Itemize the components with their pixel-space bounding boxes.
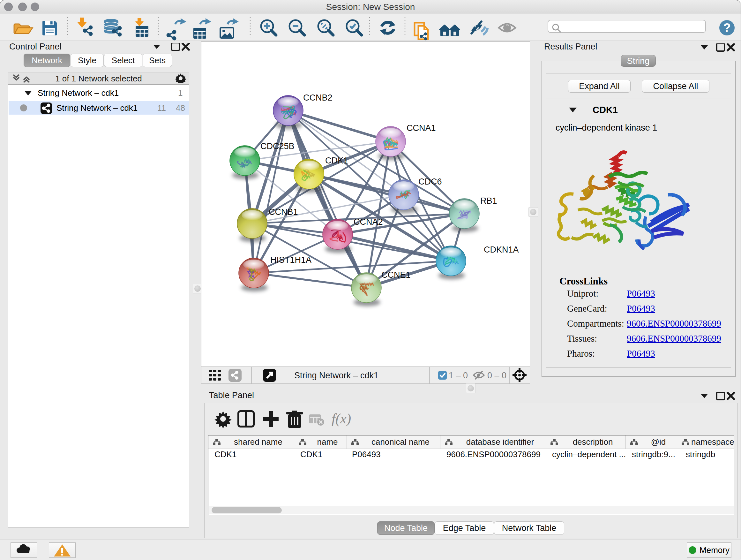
svg-text:RB1: RB1 <box>480 196 497 206</box>
svg-text:0 – 0: 0 – 0 <box>487 371 507 380</box>
svg-text:HIST1H1A: HIST1H1A <box>270 255 312 265</box>
svg-text:CCNA2: CCNA2 <box>354 217 383 227</box>
svg-text:1 – 0: 1 – 0 <box>449 371 468 380</box>
svg-text:CCNB1: CCNB1 <box>269 207 298 217</box>
svg-text:CDK1: CDK1 <box>325 156 348 165</box>
svg-text:CCNE1: CCNE1 <box>381 270 411 280</box>
svg-text:?: ? <box>723 21 731 35</box>
svg-text:CDC25B: CDC25B <box>260 141 294 151</box>
svg-text:CCNA1: CCNA1 <box>407 123 436 133</box>
svg-text:CCNB2: CCNB2 <box>303 93 333 103</box>
svg-text:f(x): f(x) <box>332 411 351 427</box>
svg-text:CDC6: CDC6 <box>418 177 442 186</box>
svg-text:String Network – cdk1: String Network – cdk1 <box>294 371 379 380</box>
svg-text:CDKN1A: CDKN1A <box>484 245 519 254</box>
